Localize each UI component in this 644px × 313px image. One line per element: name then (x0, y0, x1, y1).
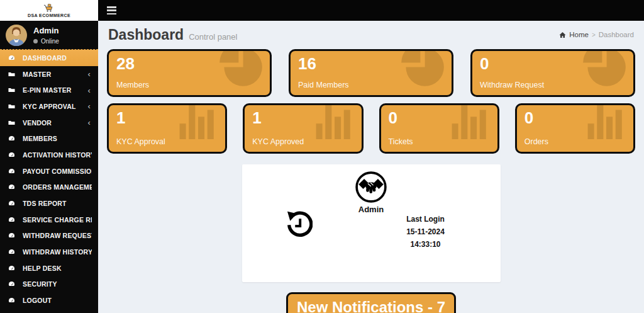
breadcrumb: Home > Dashboard (559, 31, 634, 38)
tachometer-icon (8, 54, 17, 62)
sidebar-item-label: WITHDRAW REQUEST (23, 232, 92, 239)
sidebar-item-dashboard[interactable]: DASHBOARD (0, 50, 98, 66)
sidebar-item-label: E-PIN MASTER (23, 86, 82, 94)
tachometer-icon (8, 248, 17, 256)
folder-icon (8, 103, 17, 110)
stat-value: 0 (525, 108, 533, 128)
history-icon[interactable] (285, 210, 313, 238)
handshake-icon (355, 171, 387, 203)
last-login-date: 15-11-2024 (379, 226, 473, 239)
stat-value: 16 (298, 54, 316, 74)
user-panel: Admin Online (0, 21, 98, 50)
stats-row-2: 1KYC Approval1KYC Approved0Tickets0Order… (107, 103, 635, 154)
chevron-left-icon: ‹ (87, 118, 92, 127)
sidebar-item-master[interactable]: MASTER‹ (0, 66, 98, 83)
sidebar-item-members[interactable]: MEMBERS (0, 130, 98, 147)
stat-card-tickets[interactable]: 0Tickets (379, 103, 499, 154)
tachometer-icon (8, 297, 17, 304)
sidebar-item-tds-report[interactable]: TDS REPORT (0, 195, 98, 212)
sidebar-item-service-charge-report[interactable]: SERVICE CHARGE REPORT (0, 212, 98, 228)
sidebar-item-withdraw-history[interactable]: WITHDRAW HISTORY (0, 244, 98, 260)
sidebar-item-payout-commission[interactable]: PAYOUT COMMISSION (0, 163, 98, 179)
chevron-left-icon: ‹ (87, 101, 92, 111)
tachometer-icon (8, 216, 17, 224)
hamburger-icon[interactable] (107, 6, 116, 14)
last-login-block: Last Login 15-11-2024 14:33:10 (379, 213, 473, 251)
folder-icon (8, 71, 17, 78)
sidebar-item-help-desk[interactable]: HELP DESK (0, 260, 98, 276)
sidebar-item-e-pin-master[interactable]: E-PIN MASTER‹ (0, 82, 98, 98)
admin-info-panel: Admin Last Login 15-11-2024 14:33:10 (242, 164, 501, 282)
page-title: Dashboard (108, 26, 184, 43)
stat-card-orders[interactable]: 0Orders (515, 103, 635, 154)
stat-label: KYC Approved (252, 137, 304, 146)
stat-card-paid-members[interactable]: 16Paid Members (289, 49, 453, 97)
stat-label: Withdraw Request (480, 81, 544, 89)
sidebar-item-label: HELP DESK (23, 265, 92, 272)
sidebar-item-label: KYC APPROVAL (23, 103, 82, 110)
stat-card-withdraw-request[interactable]: 0Withdraw Request (470, 49, 635, 97)
sidebar-item-label: PAYOUT COMMISSION (23, 168, 92, 175)
stat-label: Paid Members (298, 81, 349, 89)
sidebar-item-activation-history[interactable]: ACTIVATION HISTORY (0, 147, 98, 163)
bar-chart-icon (315, 103, 354, 139)
user-status: Online (33, 38, 59, 45)
stat-card-kyc-approval[interactable]: 1KYC Approval (107, 103, 227, 154)
stat-label: Tickets (389, 137, 413, 146)
bar-chart-icon (587, 103, 626, 139)
user-status-label: Online (41, 38, 59, 45)
sidebar-item-security[interactable]: SECURITY (0, 276, 98, 293)
breadcrumb-separator: > (592, 31, 596, 38)
sidebar-item-label: MASTER (23, 71, 82, 78)
topbar (98, 0, 644, 21)
tachometer-icon (8, 135, 17, 142)
sidebar-item-label: MEMBERS (23, 135, 92, 142)
sidebar-item-logout[interactable]: LOGOUT (0, 292, 98, 309)
bar-chart-icon (451, 103, 490, 139)
brand-name: DSA ECOMMERCE (28, 13, 70, 18)
sidebar-item-label: SECURITY (23, 280, 92, 288)
stat-label: Orders (525, 137, 548, 146)
stats-row-1: 28Members16Paid Members0Withdraw Request (107, 49, 635, 97)
pie-chart-icon (218, 49, 264, 88)
tachometer-icon (8, 151, 17, 159)
sidebar-item-kyc-approval[interactable]: KYC APPROVAL‹ (0, 98, 98, 115)
shopping-cart-icon (42, 4, 56, 13)
tachometer-icon (8, 183, 17, 191)
tachometer-icon (8, 232, 17, 239)
stat-value: 1 (116, 108, 125, 128)
sidebar-item-withdraw-request[interactable]: WITHDRAW REQUEST (0, 228, 98, 244)
sidebar-item-label: ORDERS MANAGEMENT (23, 183, 92, 191)
chevron-left-icon: ‹ (87, 69, 92, 79)
chevron-left-icon: ‹ (87, 86, 92, 95)
sidebar-item-label: SERVICE CHARGE REPORT (23, 216, 92, 224)
pie-chart-icon (400, 49, 445, 88)
page-subtitle: Control panel (189, 32, 237, 42)
stat-value: 0 (389, 108, 397, 128)
stat-label: Members (116, 81, 149, 89)
folder-icon (8, 119, 17, 127)
folder-icon (8, 86, 17, 94)
breadcrumb-home[interactable]: Home (569, 31, 589, 38)
breadcrumb-current: Dashboard (599, 31, 634, 38)
new-notifications-button[interactable]: New Notifications - 7 (286, 292, 456, 313)
last-login-title: Last Login (379, 213, 473, 226)
sidebar-item-vendor[interactable]: VENDOR‹ (0, 115, 98, 131)
stat-value: 28 (116, 54, 135, 74)
sidebar: DSA ECOMMERCE Admin Online DASHBOARDMAST… (0, 0, 98, 313)
content-header: DashboardControl panel Home > Dashboard (107, 21, 635, 49)
stat-card-members[interactable]: 28Members (107, 49, 272, 97)
brand-logo[interactable]: DSA ECOMMERCE (0, 0, 98, 21)
stat-value: 0 (480, 54, 489, 74)
sidebar-item-label: TDS REPORT (23, 200, 92, 207)
last-login-time: 14:33:10 (379, 239, 473, 251)
online-status-dot-icon (33, 39, 38, 43)
tachometer-icon (8, 168, 17, 175)
tachometer-icon (8, 265, 17, 272)
tachometer-icon (8, 200, 17, 207)
main-content: DashboardControl panel Home > Dashboard … (98, 21, 644, 313)
stat-value: 1 (252, 108, 261, 128)
tachometer-icon (8, 280, 17, 288)
stat-card-kyc-approved[interactable]: 1KYC Approved (243, 103, 363, 154)
sidebar-item-orders-management[interactable]: ORDERS MANAGEMENT (0, 179, 98, 196)
